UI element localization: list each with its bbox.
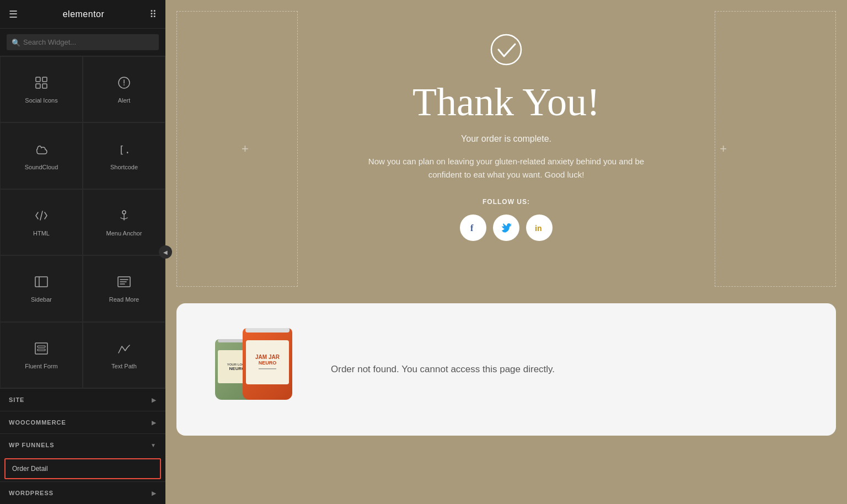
product-image: YOUR LOGO NEURO JAM JAR NEURO ━━━━━━━━ (210, 325, 298, 414)
widget-html[interactable]: HTML (0, 189, 83, 255)
category-wp-funnels-arrow: ▼ (151, 442, 157, 448)
search-icon: 🔍 (12, 38, 20, 46)
svg-rect-3 (42, 84, 47, 88)
category-woocommerce-header[interactable]: WOOCOMMERCE ▶ (0, 411, 165, 433)
widget-sidebar[interactable]: Sidebar (0, 255, 83, 321)
sidebar-header: ☰ elementor ⠿ (0, 0, 165, 29)
svg-text:f: f (470, 223, 474, 233)
thank-you-title: Thank You! (412, 79, 600, 125)
category-wp-funnels: WP FUNNELS ▼ Order Detail (0, 433, 165, 481)
search-bar: 🔍 (0, 29, 165, 56)
svg-rect-19 (37, 349, 45, 351)
category-woocommerce-arrow: ▶ (152, 420, 157, 426)
main-content: + + Thank You! Your order is complete. N… (165, 0, 847, 504)
sidebar-wrapper: ☰ elementor ⠿ 🔍 (0, 0, 165, 504)
widget-sidebar-label: Sidebar (31, 296, 52, 303)
order-not-found-message: Order not found. You cannot access this … (331, 364, 555, 375)
widget-read-more-label: Read More (109, 296, 139, 303)
svg-rect-11 (35, 277, 47, 287)
widget-text-path-label: Text Path (111, 363, 137, 369)
category-woocommerce-label: WOOCOMMERCE (9, 419, 66, 426)
widget-shortcode[interactable]: [...] Shortcode (83, 122, 165, 189)
category-wordpress-arrow: ▶ (152, 490, 157, 496)
twitter-button[interactable] (493, 215, 519, 241)
fluent-form-icon (34, 341, 49, 358)
svg-line-8 (40, 211, 42, 220)
widget-read-more[interactable]: Read More (83, 255, 165, 321)
svg-rect-2 (36, 84, 40, 88)
search-input[interactable] (7, 34, 159, 50)
widget-shortcode-label: Shortcode (110, 164, 138, 170)
widget-soundcloud-label: SoundCloud (25, 164, 58, 170)
svg-rect-0 (36, 77, 40, 82)
dashed-box-left (176, 11, 298, 287)
svg-text:in: in (535, 224, 542, 233)
widgets-grid: Social Icons Alert (0, 56, 165, 388)
widget-fluent-form[interactable]: Fluent Form (0, 322, 83, 388)
sidebar-item-order-detail[interactable]: Order Detail (4, 458, 161, 479)
widget-social-icons[interactable]: Social Icons (0, 56, 83, 122)
follow-us-label: FOLLOW US: (483, 198, 530, 206)
alert-icon (116, 75, 132, 93)
svg-point-20 (491, 35, 521, 65)
checkmark-icon (490, 33, 523, 79)
text-path-icon (116, 341, 132, 358)
category-woocommerce: WOOCOMMERCE ▶ (0, 411, 165, 433)
widget-text-path[interactable]: Text Path (83, 322, 165, 388)
jar-lid (245, 328, 290, 333)
widget-soundcloud[interactable]: SoundCloud (0, 122, 83, 189)
svg-text:[...]: [...] (119, 144, 132, 156)
sidebar: ☰ elementor ⠿ 🔍 (0, 0, 165, 504)
category-site-label: SITE (9, 396, 24, 403)
jar-front-label: JAM JAR NEURO ━━━━━━━━ (246, 340, 289, 384)
thank-you-subtitle: Your order is complete. (461, 134, 551, 144)
widget-social-icons-label: Social Icons (25, 97, 57, 104)
grid-icon[interactable]: ⠿ (149, 8, 157, 20)
category-wordpress-label: WORDPRESS (9, 490, 53, 496)
category-wordpress-header[interactable]: WORDPRESS ▶ (0, 482, 165, 504)
shortcode-icon: [...] (116, 142, 132, 159)
svg-point-6 (124, 84, 125, 85)
svg-rect-18 (37, 346, 45, 347)
widget-alert-label: Alert (118, 97, 131, 104)
svg-rect-17 (35, 343, 47, 354)
widget-menu-anchor-label: Menu Anchor (106, 230, 142, 237)
collapse-arrow-icon: ◀ (163, 249, 168, 255)
thank-you-body: Now you can plan on leaving your gluten-… (363, 155, 650, 181)
dashed-box-right (715, 11, 836, 287)
category-site: SITE ▶ (0, 388, 165, 411)
svg-rect-1 (42, 77, 47, 82)
order-not-found-section: YOUR LOGO NEURO JAM JAR NEURO ━━━━━━━━ O… (176, 303, 836, 436)
soundcloud-icon (34, 142, 49, 159)
menu-anchor-icon (116, 208, 132, 226)
linkedin-button[interactable]: in (526, 215, 553, 241)
social-icons-icon (34, 75, 49, 93)
facebook-button[interactable]: f (460, 215, 486, 241)
widget-fluent-form-label: Fluent Form (25, 363, 57, 369)
widget-html-label: HTML (33, 230, 50, 237)
html-icon (34, 208, 49, 226)
sidebar-widget-icon (34, 274, 49, 292)
social-icons-group: f in (460, 215, 553, 241)
category-wp-funnels-header[interactable]: WP FUNNELS ▼ (0, 434, 165, 456)
jar-front: JAM JAR NEURO ━━━━━━━━ (243, 328, 292, 400)
jar-illustration: YOUR LOGO NEURO JAM JAR NEURO ━━━━━━━━ (215, 328, 292, 411)
category-wordpress: WORDPRESS ▶ (0, 481, 165, 504)
category-site-header[interactable]: SITE ▶ (0, 389, 165, 411)
widget-menu-anchor[interactable]: Menu Anchor (83, 189, 165, 255)
app-title: elementor (63, 9, 105, 19)
hamburger-icon[interactable]: ☰ (9, 8, 18, 20)
category-site-arrow: ▶ (152, 397, 157, 403)
widget-alert[interactable]: Alert (83, 56, 165, 122)
svg-point-9 (122, 211, 126, 214)
add-widget-left[interactable]: + (242, 142, 249, 156)
category-wp-funnels-label: WP FUNNELS (9, 442, 55, 448)
add-widget-right[interactable]: + (720, 142, 727, 156)
read-more-icon (116, 274, 132, 292)
sidebar-collapse-handle[interactable]: ◀ (159, 245, 172, 259)
thank-you-section: + + Thank You! Your order is complete. N… (165, 0, 847, 298)
